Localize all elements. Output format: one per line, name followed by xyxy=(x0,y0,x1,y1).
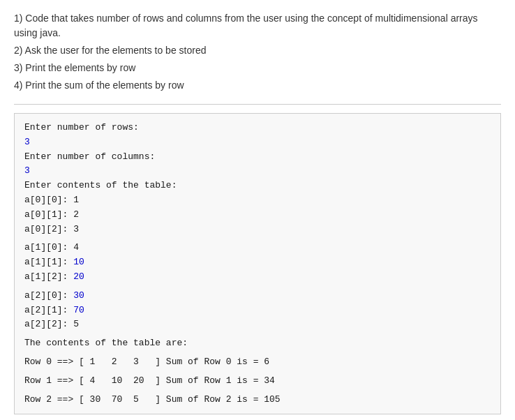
terminal-line: a[2][1]: 70 xyxy=(24,303,491,318)
instruction-4: 4) Print the sum of the elements by row xyxy=(14,78,501,93)
terminal-row-1: Row 1 ==> [ 4 10 20 ] Sum of Row 1 is = … xyxy=(24,374,491,389)
terminal-line: a[1][0]: 4 xyxy=(24,241,491,255)
terminal-line: 3 xyxy=(24,135,491,150)
instruction-3: 3) Print the elements by row xyxy=(14,61,501,75)
terminal-line: Enter number of rows: xyxy=(24,121,491,135)
divider xyxy=(14,104,501,105)
terminal-line: a[1][1]: 10 xyxy=(24,255,491,270)
terminal-line: a[0][2]: 3 xyxy=(24,223,491,237)
terminal-line: a[1][2]: 20 xyxy=(24,270,491,285)
instruction-2: 2) Ask the user for the elements to be s… xyxy=(14,43,501,58)
terminal-row-0: Row 0 ==> [ 1 2 3 ] Sum of Row 0 is = 6 xyxy=(24,355,491,370)
terminal-line: a[2][0]: 30 xyxy=(24,289,491,303)
terminal-line: Enter number of columns: xyxy=(24,150,491,165)
terminal-line: a[0][1]: 2 xyxy=(24,208,491,223)
terminal-row-2: Row 2 ==> [ 30 70 5 ] Sum of Row 2 is = … xyxy=(24,393,491,407)
terminal-line: 3 xyxy=(24,164,491,179)
instructions-section: 1) Code that takes number of rows and co… xyxy=(14,11,501,93)
terminal-line: a[2][2]: 5 xyxy=(24,317,491,332)
terminal-line: The contents of the table are: xyxy=(24,336,491,351)
terminal-line: Enter contents of the table: xyxy=(24,179,491,193)
instruction-1: 1) Code that takes number of rows and co… xyxy=(14,11,501,40)
terminal-output: Enter number of rows: 3 Enter number of … xyxy=(14,113,501,414)
terminal-line: a[0][0]: 1 xyxy=(24,193,491,208)
